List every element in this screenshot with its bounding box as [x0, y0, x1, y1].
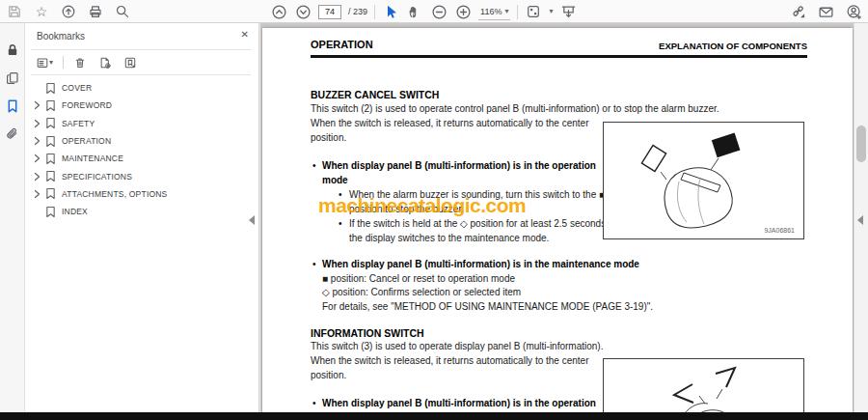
figure-caption: 9JA06861	[764, 227, 795, 234]
bookmarks-title: Bookmarks	[37, 31, 85, 42]
bookmark-options-icon[interactable]: ▾	[34, 54, 55, 71]
bookmark-icon	[45, 117, 56, 129]
bookmarks-header: Bookmarks ✕	[25, 23, 258, 49]
chevron-right-icon	[34, 207, 43, 216]
document-canvas: OPERATION EXPLANATION OF COMPONENTS BUZZ…	[261, 23, 854, 412]
body-line: When the switch is released, it returns …	[311, 118, 588, 128]
bookmark-item-maintenance[interactable]: MAINTENANCE	[25, 150, 258, 167]
page-display-icon[interactable]	[525, 3, 542, 20]
toolbar-right-group	[789, 0, 862, 23]
save-icon[interactable]	[6, 3, 23, 20]
main-toolbar: ☆ 74 / 239	[0, 0, 868, 23]
page-number-input[interactable]: 74	[318, 5, 341, 19]
bullet-marker: •	[312, 398, 316, 408]
divider	[63, 56, 64, 69]
body-line: For details, see "METHOD OF USING MAINTE…	[322, 301, 653, 312]
previous-page-icon[interactable]	[270, 3, 287, 20]
expand-current-bookmark-icon[interactable]	[122, 54, 139, 71]
body-line: ◇ position: Confirms selection or select…	[322, 287, 521, 297]
page-thumbnails-icon[interactable]	[3, 69, 22, 88]
search-icon[interactable]	[114, 3, 131, 20]
bookmark-icon	[45, 153, 56, 165]
navigation-rail	[0, 23, 25, 412]
chevron-right-icon[interactable]	[34, 119, 43, 128]
bookmark-item-cover[interactable]: COVER	[25, 79, 258, 97]
bookmarks-panel-icon[interactable]	[3, 97, 22, 116]
bookmark-item-specifications[interactable]: SPECIFICATIONS	[25, 167, 258, 184]
fullscreen-presentation-icon[interactable]	[559, 3, 577, 20]
bookmark-item-foreword[interactable]: FOREWORD	[25, 97, 258, 114]
delete-bookmark-trash-icon[interactable]	[71, 54, 89, 71]
select-tool-icon[interactable]	[382, 3, 399, 20]
watermark-text: machinecatalogic.com	[318, 194, 526, 217]
bookmark-icon	[45, 170, 56, 182]
body-line: position.	[311, 132, 346, 143]
bookmarks-list: COVER FOREWORD SAFETY OPERATION MAINTENA	[25, 75, 258, 220]
chevron-right-icon[interactable]	[34, 100, 43, 110]
bookmark-icon	[45, 187, 56, 200]
scrollbar-thumb[interactable]	[856, 126, 866, 162]
chevron-right-icon[interactable]	[34, 189, 43, 199]
body-line: position.	[311, 370, 346, 380]
hand-tool-icon[interactable]	[406, 3, 423, 20]
print-icon[interactable]	[87, 3, 104, 20]
section-title: INFORMATION SWITCH	[311, 327, 424, 339]
bookmarks-panel: Bookmarks ✕ ▾ CO	[25, 23, 258, 412]
collapse-panel-left-icon[interactable]	[249, 215, 255, 225]
body-line: This switch (2) is used to operate contr…	[311, 103, 719, 114]
collapse-panel-right-icon[interactable]	[857, 215, 863, 225]
bookmark-item-index[interactable]: INDEX	[25, 203, 258, 220]
body-line: mode	[322, 175, 348, 185]
toolbar-divider	[374, 5, 375, 19]
header-rule	[311, 55, 807, 58]
toolbar-divider	[517, 5, 518, 19]
attachments-paperclip-icon[interactable]	[3, 125, 22, 144]
bookmark-icon	[45, 206, 56, 218]
body-line: This switch (3) is used to operate displ…	[311, 341, 603, 351]
bookmark-icon	[45, 135, 56, 148]
page-header-right: EXPLANATION OF COMPONENTS	[659, 41, 807, 51]
account-icon[interactable]	[845, 3, 862, 20]
section-title: BUZZER CANCEL SWITCH	[311, 89, 439, 100]
body-line: When display panel B (multi-information)…	[322, 398, 596, 408]
share-link-icon[interactable]	[789, 3, 806, 20]
bullet-marker: •	[312, 259, 316, 269]
chevron-right-icon[interactable]	[34, 136, 43, 146]
bullet-marker: •	[339, 218, 342, 229]
zoom-level-dropdown[interactable]: 116% ▾	[478, 4, 510, 20]
body-line: When display panel B (multi-information)…	[322, 259, 639, 269]
page-count-label: / 239	[348, 7, 367, 16]
figure-information-switch	[603, 358, 804, 412]
toolbar-left-group: ☆	[6, 0, 131, 23]
upload-icon[interactable]	[60, 3, 77, 20]
star-icon[interactable]: ☆	[33, 3, 50, 20]
chevron-down-icon[interactable]: ▾	[549, 8, 553, 15]
email-icon[interactable]	[817, 3, 834, 20]
bullet-marker: •	[312, 160, 316, 171]
pdf-page: OPERATION EXPLANATION OF COMPONENTS BUZZ…	[262, 28, 853, 412]
zoom-out-icon[interactable]	[430, 3, 448, 20]
bookmark-item-safety[interactable]: SAFETY	[25, 115, 258, 132]
figure-buzzer-cancel-switch: 9JA06861	[603, 122, 804, 239]
bookmark-item-attachments-options[interactable]: ATTACHMENTS, OPTIONS	[25, 185, 258, 203]
chevron-right-icon	[34, 83, 43, 93]
chevron-right-icon[interactable]	[34, 154, 43, 163]
zoom-level-value: 116%	[480, 7, 502, 16]
body-line: When the switch is released, it returns …	[311, 355, 588, 366]
bookmark-icon	[45, 82, 56, 95]
chevron-right-icon[interactable]	[34, 172, 43, 182]
new-bookmark-icon[interactable]	[96, 54, 114, 71]
zoom-in-icon[interactable]	[454, 3, 472, 20]
security-lock-icon[interactable]	[3, 41, 22, 60]
toolbar-center-group: 74 / 239 116% ▾ ▾	[270, 0, 577, 23]
close-icon[interactable]: ✕	[241, 29, 249, 40]
page-header-left: OPERATION	[311, 39, 373, 50]
body-line: When display panel B (multi-information)…	[322, 160, 596, 171]
pdf-viewer-window: ☆ 74 / 239	[0, 0, 868, 420]
next-page-icon[interactable]	[294, 3, 312, 20]
bookmark-item-operation[interactable]: OPERATION	[25, 132, 258, 150]
body-line: the display switches to the maintenance …	[349, 233, 549, 243]
body-line: ■ position: Cancel or reset to operation…	[322, 273, 515, 284]
chevron-down-icon: ▾	[504, 8, 508, 15]
bookmarks-toolbar: ▾	[25, 50, 258, 74]
